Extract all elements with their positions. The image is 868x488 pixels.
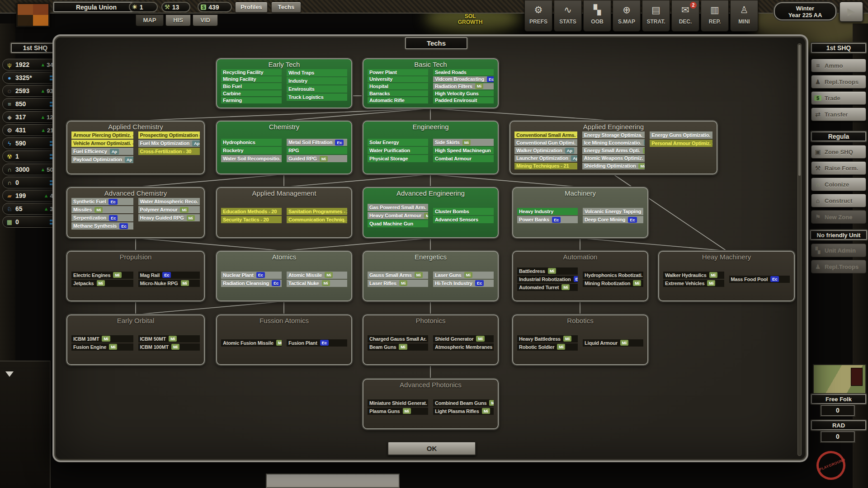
sidebar-button-colonize[interactable]: ∩Colonize [811, 178, 866, 191]
tech-item[interactable]: SerpentizationEc [71, 214, 133, 221]
sidebar-button-construct[interactable]: ⌂Construct [811, 194, 866, 207]
collapse-triangle-icon[interactable] [5, 371, 14, 377]
tech-item[interactable]: BattledressMi [517, 267, 578, 275]
tech-item[interactable]: Vehicle Armor Optimizati. - 20 [71, 140, 133, 147]
dialog-scrollbar[interactable] [797, 43, 802, 456]
tech-item[interactable]: Heavy Guided RPGMi [138, 214, 200, 221]
tech-item[interactable]: Carbine [221, 90, 282, 97]
tech-item[interactable]: Cross-Fertilization - 30 [138, 148, 200, 155]
sidebar-button-zone-shq[interactable]: ▣Zone SHQ [811, 145, 866, 159]
tech-item[interactable]: JetpacksMi [71, 280, 133, 287]
tech-item[interactable]: Methane SynthesisEc [71, 222, 133, 230]
tech-item[interactable]: Communication Techniq. - 20 [287, 216, 347, 223]
view-button-vid[interactable]: VID [193, 14, 218, 26]
tech-item[interactable]: Mining Techniques - 21 [514, 163, 577, 169]
tech-item[interactable]: Mag RailEc [138, 272, 200, 279]
tech-item[interactable]: Prospecting Optimization - 30 [138, 131, 200, 139]
tech-item[interactable]: Conventional Small Arms. - 20 [514, 131, 577, 138]
tech-item[interactable]: Automated TurretMi [517, 284, 578, 291]
tech-item[interactable]: Electric EnginesMi [71, 272, 133, 279]
tech-item[interactable]: University [368, 76, 428, 83]
tech-item[interactable]: Volcanic Energy TappingEc [583, 208, 643, 215]
tech-item[interactable]: Cluster Bombs [433, 208, 494, 215]
tech-item[interactable]: Hydrophonics [221, 139, 282, 146]
tech-item[interactable]: Energy Storage Optimiza.Ap [582, 131, 645, 138]
toolbar-button-mini[interactable]: ♙MINI [730, 0, 758, 32]
tech-item[interactable]: Gauss Small ArmsMi [368, 272, 428, 279]
tech-item[interactable]: Wind Traps [287, 69, 347, 76]
sidebar-button-trade[interactable]: $Trade [811, 91, 866, 105]
tech-item[interactable]: Automatic Rifle [368, 97, 428, 103]
tech-item[interactable]: Vidcom BroadcastingEc [433, 76, 494, 83]
tech-item[interactable]: Mining Facility [221, 76, 282, 83]
tech-item[interactable]: Power Plant [368, 69, 428, 75]
tech-item[interactable]: MissilesMi [71, 206, 133, 213]
tech-item[interactable]: Combat Armour [433, 155, 494, 162]
tech-item[interactable]: Atomic Fusion MissileMi [221, 339, 282, 347]
toolbar-button-stats[interactable]: ∿STATS [554, 0, 582, 32]
tech-item[interactable]: Ice Mining Economizatio.Ap [582, 139, 645, 146]
tech-item[interactable]: Water Atmospheric Reco.Ec [138, 198, 200, 205]
tech-item[interactable]: Polymer ArmourMi [138, 206, 200, 213]
tech-item[interactable]: Heavy Combat ArmourMi [368, 212, 428, 219]
tech-item[interactable]: Water Soil Recompositio.Ec [221, 155, 282, 162]
toolbar-button-smap[interactable]: ⊕S.MAP [613, 0, 641, 32]
tech-item[interactable]: Fusion EngineMi [71, 343, 133, 351]
tech-item[interactable]: Advanced Sensors [433, 216, 494, 223]
tech-item[interactable]: Industry [287, 77, 347, 84]
tech-item[interactable]: Deep Core MiningEc [583, 216, 643, 223]
tech-item[interactable]: Light Plasma RiflesMi [433, 408, 494, 415]
tech-item[interactable]: Micro-Nuke RPGMi [138, 280, 200, 287]
tech-item[interactable]: Industrial RobotizationEc [517, 276, 578, 283]
tech-item[interactable]: Fuel EfficiencyAp [71, 148, 133, 155]
tech-item[interactable]: Synthetic FuelEc [71, 198, 133, 205]
tech-item[interactable]: Laser RiflesMi [368, 280, 428, 287]
tech-item[interactable]: ICBM 10MTMi [71, 335, 133, 343]
tech-item[interactable]: Truck Logistics [287, 94, 347, 101]
tech-item[interactable]: Plasma GunsMi [368, 408, 428, 415]
sidebar-button-raise-form-[interactable]: ⚒Raise Form. [811, 161, 866, 175]
tech-item[interactable]: Fusion PlantEc [287, 339, 347, 347]
tech-item[interactable]: Atmospheric MembranesEc [433, 343, 494, 351]
tech-item[interactable]: Laser GunsMi [433, 272, 494, 279]
tech-item[interactable]: High Velocity Guns [433, 90, 494, 97]
tech-item[interactable]: Hi-Tech IndustryEc [433, 280, 494, 287]
tech-item[interactable]: RPG [287, 147, 347, 154]
toolbar-button-rep[interactable]: ▥REP. [701, 0, 729, 32]
terrain-thumbnail[interactable] [813, 364, 866, 399]
tech-item[interactable]: Farming [221, 97, 282, 103]
tab-techs[interactable]: Techs [271, 2, 301, 13]
tech-item[interactable]: Radiation FiltersMi [433, 83, 494, 89]
tech-item[interactable]: Atomic MissileMi [287, 272, 347, 279]
tech-item[interactable]: Metal Soil FiltrationEc [287, 139, 347, 146]
tech-item[interactable]: Robotic SoldierMi [517, 343, 578, 351]
tech-item[interactable]: Walker HydraulicsMi [663, 272, 724, 279]
tech-item[interactable]: Beam GunsMi [368, 343, 428, 351]
tech-item[interactable]: Power BanksEc [517, 216, 578, 223]
toolbar-button-dec[interactable]: ✉DEC.2 [671, 0, 699, 32]
sidebar-button-ammo[interactable]: ≡Ammo [811, 59, 866, 72]
tech-item[interactable]: Physical Storage [368, 155, 428, 162]
tech-item[interactable]: Nuclear PlantEc [221, 272, 282, 279]
view-button-map[interactable]: MAP [136, 14, 164, 26]
tech-item[interactable]: Quad Machine Gun [368, 220, 428, 227]
tab-profiles[interactable]: Profiles [235, 2, 268, 13]
tech-item[interactable]: Radiation CleansingEc [221, 280, 282, 287]
tech-item[interactable]: Energy Guns Optimizatio.Mi [650, 131, 712, 139]
tech-item[interactable]: Charged Gauss Small Ar.Mi [368, 335, 428, 343]
tech-item[interactable]: Payload OptimizationAp [71, 156, 133, 163]
sidebar-button-repl-troops[interactable]: ♟Repl.Troops [811, 75, 866, 89]
tech-item[interactable]: Heavy Industry [517, 208, 578, 215]
tech-item[interactable]: Heavy BattledressMi [517, 335, 578, 343]
tech-item[interactable]: Rocketry [221, 147, 282, 154]
tech-item[interactable]: Gas Powered Small Arm.Mi [368, 204, 428, 211]
scrollbar-thumb[interactable] [798, 45, 801, 176]
tech-item[interactable]: Atomic Weapons Optimiz.Mi [582, 155, 645, 162]
tech-item[interactable]: Hospital [368, 83, 428, 89]
tech-item[interactable]: Sanitation Programmes - 20 [287, 208, 347, 215]
tech-item[interactable]: Energy Small Arms Opti.Mi [582, 147, 645, 154]
tech-item[interactable]: Extreme VehiclesMi [663, 280, 724, 287]
tech-item[interactable]: Armour Piercing Optimiz. - 20 [71, 131, 133, 139]
tech-item[interactable]: Padded Envirosuit [433, 97, 494, 103]
tech-item[interactable]: Liquid ArmourMi [583, 339, 643, 347]
